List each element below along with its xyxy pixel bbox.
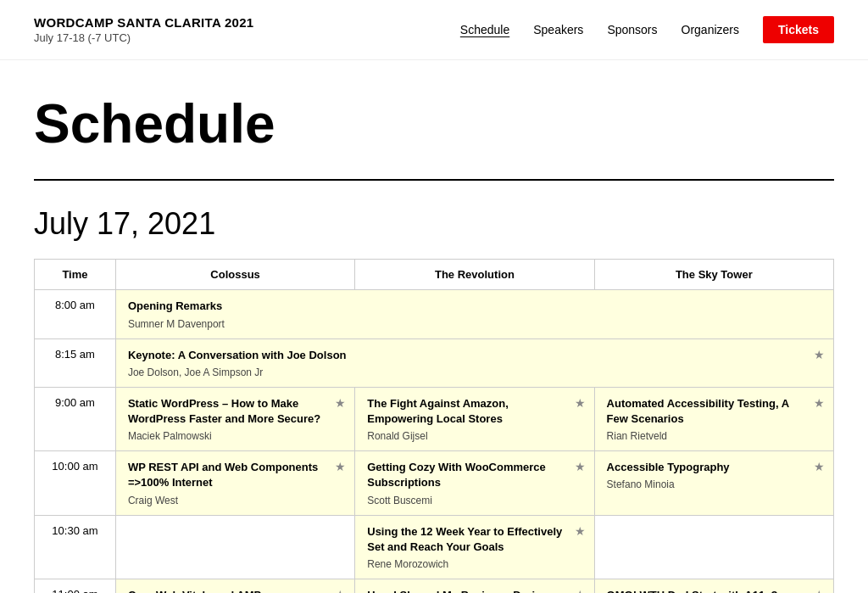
star-icon[interactable]: ★ [575, 396, 586, 410]
time-cell: 8:00 am [35, 290, 116, 338]
revolution-session-cell: Using the 12 Week Year to Effectively Se… [355, 515, 594, 579]
col-header-colossus: Colossus [115, 260, 354, 290]
skytower-session-cell: Automated Accessibility Testing, A Few S… [594, 387, 833, 450]
nav-schedule[interactable]: Schedule [460, 23, 509, 36]
star-icon[interactable]: ★ [814, 396, 825, 410]
star-icon[interactable]: ★ [814, 588, 825, 593]
time-cell: 9:00 am [35, 387, 116, 450]
nav-speakers[interactable]: Speakers [533, 23, 583, 36]
star-icon[interactable]: ★ [335, 460, 346, 473]
session-speaker: Sumner M Davenport [128, 318, 821, 330]
session-title: Automated Accessibility Testing, A Few S… [607, 396, 821, 427]
page-title: Schedule [34, 94, 834, 154]
star-icon[interactable]: ★ [575, 524, 586, 538]
time-cell: 8:15 am [35, 338, 116, 387]
revolution-session-cell: Getting Cozy With WooCommerce Subscripti… [355, 451, 594, 515]
session-speaker: Rene Morozowich [367, 558, 581, 570]
star-icon[interactable]: ★ [335, 396, 346, 410]
session-title: How I Shaped My Business During the Pand… [367, 588, 581, 593]
empty-colossus-cell [115, 515, 354, 579]
skytower-session-cell: Accessible TypographyStefano Minoia★ [594, 451, 833, 515]
full-session-cell: Opening RemarksSumner M Davenport [115, 290, 833, 338]
star-icon[interactable]: ★ [335, 588, 346, 593]
site-title-block: WORDCAMP SANTA CLARITA 2021 July 17-18 (… [34, 15, 254, 44]
revolution-session-cell: The Fight Against Amazon, Empowering Loc… [355, 387, 594, 450]
session-speaker: Maciek Palmowski [128, 430, 342, 442]
session-speaker: Scott Buscemi [367, 495, 581, 506]
col-header-skytower: The Sky Tower [594, 260, 833, 290]
session-speaker: Stefano Minoia [607, 478, 821, 490]
site-header: WORDCAMP SANTA CLARITA 2021 July 17-18 (… [0, 0, 868, 60]
skytower-session-cell: OMG! WTH Do I Start with A11y?Meryl Evan… [594, 579, 833, 593]
time-cell: 10:30 am [35, 515, 116, 579]
colossus-session-cell: Core Web Vitals and AMPToren Ajk★ [115, 579, 354, 593]
session-title: Accessible Typography [607, 460, 821, 475]
session-title: Keynote: A Conversation with Joe Dolson [128, 348, 821, 363]
revolution-session-cell: How I Shaped My Business During the Pand… [355, 579, 594, 593]
nav-organizers[interactable]: Organizers [682, 23, 739, 36]
colossus-session-cell: WP REST API and Web Components =>100% In… [115, 451, 354, 515]
session-title: Opening Remarks [128, 299, 821, 314]
session-title: OMG! WTH Do I Start with A11y? [607, 588, 821, 593]
main-nav: Schedule Speakers Sponsors Organizers Ti… [460, 16, 834, 43]
site-subtitle: July 17-18 (-7 UTC) [34, 31, 254, 44]
empty-skytower-cell [594, 515, 833, 579]
session-title: WP REST API and Web Components =>100% In… [128, 460, 342, 490]
nav-tickets[interactable]: Tickets [763, 16, 834, 43]
time-cell: 10:00 am [35, 451, 116, 515]
col-header-time: Time [35, 260, 116, 290]
session-speaker: Rian Rietveld [607, 430, 821, 442]
session-title: Getting Cozy With WooCommerce Subscripti… [367, 460, 581, 490]
full-session-cell: Keynote: A Conversation with Joe DolsonJ… [115, 338, 833, 387]
session-speaker: Ronald Gijsel [367, 430, 581, 442]
time-cell: 11:00 am [35, 579, 116, 593]
site-title[interactable]: WORDCAMP SANTA CLARITA 2021 [34, 15, 254, 30]
star-icon[interactable]: ★ [814, 348, 825, 361]
star-icon[interactable]: ★ [575, 588, 586, 593]
session-title: Using the 12 Week Year to Effectively Se… [367, 524, 581, 555]
session-speaker: Joe Dolson, Joe A Simpson Jr [128, 366, 821, 378]
star-icon[interactable]: ★ [575, 460, 586, 473]
session-title: The Fight Against Amazon, Empowering Loc… [367, 396, 581, 427]
colossus-session-cell: Static WordPress – How to Make WordPress… [115, 387, 354, 450]
star-icon[interactable]: ★ [814, 460, 825, 473]
nav-sponsors[interactable]: Sponsors [607, 23, 657, 36]
session-title: Core Web Vitals and AMP [128, 588, 342, 593]
col-header-revolution: The Revolution [355, 260, 594, 290]
page-content: Schedule July 17, 2021 Time Colossus The… [0, 60, 868, 593]
divider [34, 179, 834, 181]
session-speaker: Craig West [128, 495, 342, 506]
schedule-table: Time Colossus The Revolution The Sky Tow… [34, 259, 834, 593]
session-title: Static WordPress – How to Make WordPress… [128, 396, 342, 427]
section-date: July 17, 2021 [34, 206, 834, 242]
